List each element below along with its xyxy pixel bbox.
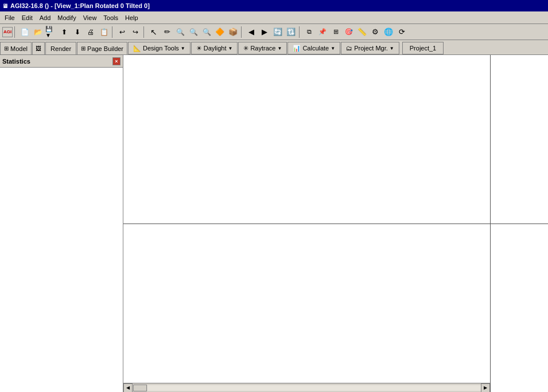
menu-tools[interactable]: Tools: [100, 13, 122, 22]
tb-select[interactable]: ↖: [147, 26, 160, 38]
tb-print[interactable]: 🖨: [84, 26, 97, 38]
menu-help[interactable]: Help: [122, 13, 142, 22]
tab-daylight[interactable]: ☀ Daylight ▼: [191, 42, 238, 54]
viewport-area: ◀ ▶: [123, 55, 548, 392]
toolbar-sep-4: [241, 26, 243, 38]
tb-draw[interactable]: ✏: [161, 26, 173, 38]
project-mgr-label: Project Mgr.: [354, 45, 388, 52]
design-tools-arrow: ▼: [181, 46, 185, 51]
calculate-label: Calculate: [302, 45, 329, 52]
agi-icon-btn: AGI: [2, 27, 13, 37]
menu-edit[interactable]: Edit: [18, 13, 36, 22]
statistics-title: Statistics: [2, 58, 30, 65]
design-tools-icon: 📐: [133, 45, 141, 52]
statistics-panel: Statistics ×: [0, 55, 123, 392]
menu-modify[interactable]: Modify: [54, 13, 79, 22]
tb-zoom-out[interactable]: 🔍: [187, 26, 200, 38]
tab-render[interactable]: Render: [45, 42, 76, 54]
daylight-label: Daylight: [204, 45, 227, 52]
tb-undo[interactable]: ↩: [116, 26, 129, 38]
raytrace-icon: ✳: [243, 45, 248, 52]
daylight-icon: ☀: [196, 45, 202, 52]
tab-model[interactable]: ⊞ Model: [0, 42, 32, 54]
toolbar-sep-3: [143, 26, 146, 38]
calculate-icon: 📊: [293, 45, 301, 52]
viewport-top-left[interactable]: [123, 55, 490, 224]
scroll-thumb[interactable]: [133, 385, 147, 391]
page-builder-label: Page Builder: [87, 45, 123, 52]
tb-copy2[interactable]: ⧉: [303, 26, 316, 38]
statistics-close-button[interactable]: ×: [112, 57, 121, 65]
scroll-right-btn[interactable]: ▶: [481, 383, 490, 393]
tb-measure[interactable]: 📏: [356, 26, 368, 38]
menu-view[interactable]: View: [80, 13, 100, 22]
design-tools-label: Design Tools: [143, 45, 179, 52]
tb-open[interactable]: 📂: [32, 26, 44, 38]
tb-arrow-left[interactable]: ◀: [245, 26, 258, 38]
tab-page-builder[interactable]: ⊞ Page Builder: [77, 42, 127, 54]
tab-calculate[interactable]: 📊 Calculate ▼: [287, 42, 340, 54]
calculate-arrow: ▼: [331, 46, 335, 51]
tb-download[interactable]: ⬇: [71, 26, 84, 38]
project-mgr-icon: 🗂: [346, 45, 352, 52]
tab-project-1[interactable]: Project_1: [402, 42, 444, 54]
tab-raytrace[interactable]: ✳ Raytrace ▼: [238, 42, 287, 54]
menu-add[interactable]: Add: [36, 13, 55, 22]
tb-rotate-cw[interactable]: 🔄: [271, 26, 284, 38]
tab-bar: ⊞ Model 🖼 Render ⊞ Page Builder 📐 Design…: [0, 40, 548, 55]
h-scrollbar: ◀ ▶: [123, 383, 490, 392]
tb-globe[interactable]: 🌐: [382, 26, 395, 38]
tb-rotate-ccw[interactable]: 🔃: [285, 26, 297, 38]
title-bar: 🖥 AGI32-16.8 () - [View_1:Plan Rotated 0…: [0, 0, 548, 11]
raytrace-arrow: ▼: [277, 46, 282, 51]
menu-bar: File Edit Add Modify View Tools Help: [0, 11, 548, 24]
main-area: Statistics × ◀ ▶: [0, 55, 548, 392]
tb-paste[interactable]: 📌: [316, 26, 329, 38]
raytrace-label: Raytrace: [250, 45, 275, 52]
tb-zoom-fit[interactable]: 🔍: [200, 26, 213, 38]
toolbar-sep-1: [14, 26, 17, 38]
title-text: AGI32-16.8 () - [View_1:Plan Rotated 0 T…: [10, 2, 150, 9]
toolbar-sep-2: [112, 26, 114, 38]
tb-settings[interactable]: ⚙: [369, 26, 382, 38]
viewport-bottom-right[interactable]: [491, 224, 548, 393]
tb-grid[interactable]: ⊞: [329, 26, 342, 38]
tb-arrow-right[interactable]: ▶: [258, 26, 271, 38]
toolbar: AGI 📄 📂 💾▼ ⬆ ⬇ 🖨 📋 ↩ ↪ ↖ ✏ 🔍 🔍 🔍 🔶 📦 ◀ ▶…: [0, 24, 548, 40]
viewport-bottom-left[interactable]: ◀ ▶: [123, 224, 490, 393]
tb-copy[interactable]: 📋: [98, 26, 110, 38]
model-tab-icon: ⊞: [4, 45, 9, 52]
page-builder-icon: ⊞: [81, 45, 85, 52]
menu-file[interactable]: File: [1, 13, 18, 22]
statistics-content: [0, 68, 123, 392]
render-icon: 🖼: [36, 45, 41, 52]
tb-polygon[interactable]: 🔶: [213, 26, 226, 38]
render-tab-label: Render: [50, 45, 71, 52]
toolbar-sep-5: [299, 26, 301, 38]
project-mgr-arrow: ▼: [390, 46, 394, 51]
project-1-label: Project_1: [410, 45, 436, 52]
scroll-left-btn[interactable]: ◀: [123, 383, 133, 393]
tab-render-icon[interactable]: 🖼: [32, 42, 45, 54]
model-tab-label: Model: [10, 45, 28, 52]
tb-save-down[interactable]: 💾▼: [45, 26, 57, 38]
daylight-arrow: ▼: [228, 46, 233, 51]
tb-zoom-in[interactable]: 🔍: [174, 26, 186, 38]
tb-new[interactable]: 📄: [18, 26, 31, 38]
viewport-top-right[interactable]: [491, 55, 548, 224]
tab-design-tools[interactable]: 📐 Design Tools ▼: [128, 42, 191, 54]
scroll-track[interactable]: [147, 385, 481, 391]
tab-project-mgr[interactable]: 🗂 Project Mgr. ▼: [341, 42, 399, 54]
tb-redo[interactable]: ↪: [129, 26, 142, 38]
tb-snap[interactable]: 🎯: [343, 26, 355, 38]
app-icon: 🖥: [2, 3, 8, 9]
tb-upload[interactable]: ⬆: [58, 26, 71, 38]
tb-box[interactable]: 📦: [227, 26, 239, 38]
tb-spinner[interactable]: ⟳: [395, 26, 408, 38]
statistics-header: Statistics ×: [0, 55, 123, 68]
